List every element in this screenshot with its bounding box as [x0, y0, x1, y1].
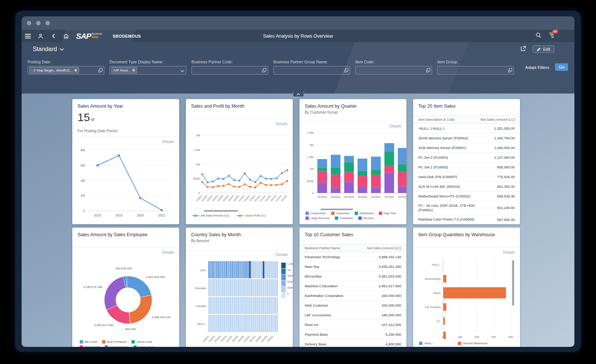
details-link[interactable]: Details [162, 250, 174, 254]
table-row[interactable]: Mashina Corporation2,861,617.560 [299, 281, 406, 291]
table-row[interactable]: PC - 8x core, DDR 32GB, 2TB HDD (P10001)… [413, 201, 520, 215]
row-label: Maxi-Teq [305, 265, 319, 269]
legend-item-production: Production [335, 216, 353, 220]
value-help-icon[interactable] [426, 67, 430, 74]
card-sales-amount-by-sales-employee: Sales Amount by Sales Employee Details 2… [72, 228, 179, 347]
user-icon[interactable] [34, 30, 47, 42]
card-title: Item Group Quantities by Warehouse [418, 232, 495, 237]
svg-text:2.5M: 2.5M [307, 131, 314, 134]
svg-text:2021: 2021 [158, 213, 165, 217]
top-customers-table: Business Partner NameNet Sales Amount (L… [299, 244, 406, 347]
chevron-down-icon[interactable] [180, 67, 184, 74]
share-icon[interactable] [520, 46, 526, 53]
filter-input-document-type-display-name[interactable]: A/R Invoi...⊗ [110, 66, 186, 75]
menu-icon[interactable] [22, 30, 34, 42]
filter-token[interactable]: - 3 Year:Begin...Month:E...⊗ [29, 67, 79, 73]
legend-item-gross-profit-lc: Gross Profit (LC) [236, 214, 266, 217]
details-link[interactable]: Details [503, 250, 515, 254]
table-row[interactable]: Payment Base5,230.000 [299, 330, 406, 339]
table-row[interactable]: PC Set 1 (P10003)859,560.00 [413, 162, 520, 172]
table-row[interactable]: River Inc107,412.000 [299, 320, 406, 330]
variant-selector[interactable]: Standard [33, 46, 64, 53]
row-label: River Inc [305, 323, 318, 327]
svg-text:500K: 500K [193, 177, 200, 180]
filter-token[interactable]: A/R Invoi...⊗ [111, 67, 137, 73]
svg-text:3,361,003.030: 3,361,003.030 [146, 275, 165, 279]
value-help-icon[interactable] [98, 67, 102, 74]
table-row[interactable]: -NULL- (-NULL-)1,351,000.00 [413, 124, 520, 133]
collapse-header-button[interactable] [293, 92, 304, 97]
table-row[interactable]: PC Set 2 (P10004)1,127,060.00 [413, 153, 520, 162]
table-row[interactable]: Hard Disk 3TB (C00007)775,625.00 [413, 172, 520, 182]
row-label: SLR M-CAM 40C (I00010) [418, 184, 460, 189]
edit-button[interactable]: Edit [533, 45, 554, 53]
row-label: Motherboard MicroATX (C00002) [418, 194, 470, 199]
home-icon[interactable] [60, 30, 72, 42]
svg-text:2M: 2M [310, 143, 314, 147]
svg-text:0: 0 [83, 209, 85, 213]
value-help-icon[interactable] [508, 67, 512, 74]
table-row[interactable]: Delivery Base4,600.000 [299, 339, 406, 347]
window-close-button[interactable] [27, 21, 31, 25]
filter-input-item-group[interactable] [437, 66, 514, 75]
legend-item-construction: Construction [305, 212, 326, 215]
filter-field-item-code: Item Code: [355, 60, 432, 75]
row-value: 3,361,003.030 [378, 274, 401, 278]
row-value: 658,539.35 [497, 194, 515, 198]
adapt-filters-button[interactable]: Adapt Filters [525, 65, 549, 70]
remove-token-icon[interactable]: ⊗ [132, 68, 135, 72]
filter-input-posting-date[interactable]: - 3 Year:Begin...Month:E...⊗ [28, 66, 104, 75]
window-zoom-button[interactable] [45, 21, 50, 25]
table-row[interactable]: LBF Accessories180,000.000 [299, 310, 406, 320]
table-row[interactable]: Motherboard MicroATX (C00002)658,539.35 [413, 192, 520, 201]
card-sales-amount-by-year: Sales Amount by Year 15M For Posting Dat… [72, 99, 179, 224]
row-label: Hard Disk 3TB (C00007) [418, 175, 457, 179]
chart-scrollbar-vertical[interactable] [512, 260, 514, 306]
svg-text:201905: 201905 [280, 194, 288, 202]
go-button[interactable]: Go [555, 63, 568, 71]
table-row[interactable]: Web Customer200,000.000 [299, 301, 406, 310]
legend-item-services: Services [358, 216, 374, 220]
table-row[interactable]: Rainbow Color Printer 7.5 (A00005)597,50… [413, 215, 520, 224]
legend-item-distributors: Distributors [355, 212, 374, 215]
card-item-group-quantities-by-warehouse: Item Group Quantities by Warehouse Detai… [413, 228, 520, 347]
row-label: Rainbow Color Printer 7.5 (A00005) [418, 217, 475, 222]
value-help-icon[interactable] [344, 67, 348, 74]
notifications-icon[interactable]: 60 [549, 32, 555, 39]
details-link[interactable]: Details [276, 252, 288, 257]
details-link[interactable]: Details [162, 139, 174, 144]
svg-text:2,861,617.560: 2,861,617.560 [94, 323, 114, 327]
filter-input-business-partner-code[interactable] [191, 66, 268, 75]
row-value: 775,625.00 [497, 175, 515, 179]
chart-scrollbar-horizontal[interactable] [204, 210, 238, 212]
chevron-up-icon [297, 93, 300, 95]
line-chart-sales-profit-by-month: 2M1.5M1M500K0201801201802201803201804201… [186, 125, 293, 209]
svg-text:1.5M: 1.5M [307, 155, 314, 159]
table-row[interactable]: 32GB Memory Server (P20002)1,290,750.00 [413, 133, 520, 143]
table-row[interactable]: Parameter Technology3,998,432.130 [299, 252, 406, 262]
filter-input-item-code[interactable] [355, 66, 432, 75]
chart-scrollbar-horizontal[interactable] [320, 209, 353, 210]
row-label: Delivery Base [305, 342, 327, 346]
remove-token-icon[interactable]: ⊗ [74, 68, 77, 72]
table-row[interactable]: Microchips3,361,003.030 [299, 272, 406, 281]
table-row[interactable]: SLR M-CAM 40C (I00010)661,350.00 [413, 182, 520, 192]
svg-text:Items: Items [433, 291, 441, 295]
table-row[interactable]: 4GB Memory Server (P20001)1,180,000.00 [413, 143, 520, 153]
window-minimize-button[interactable] [36, 21, 41, 25]
svg-text:3,998,432.130: 3,998,432.130 [152, 316, 171, 319]
back-icon[interactable] [47, 30, 60, 42]
svg-text:780K: 780K [287, 275, 293, 277]
app-window: SAP Business One SBODEMOUS Sales Analysi… [16, 11, 580, 351]
svg-text:20K: 20K [474, 335, 479, 339]
table-row[interactable]: Earthshaker Corporation250,000.000 [299, 291, 406, 301]
value-help-icon[interactable] [262, 67, 266, 74]
search-icon[interactable] [536, 32, 541, 39]
filter-input-business-partner-group-name[interactable] [273, 66, 350, 75]
svg-text:2M: 2M [196, 134, 200, 137]
table-row[interactable]: Maxi-Teq3,938,261.280 [299, 262, 406, 272]
svg-text:250,000.000: 250,000.000 [115, 267, 132, 270]
row-value: 597,500.00 [497, 218, 515, 222]
row-value: 1,180,000.00 [494, 146, 515, 150]
svg-text:8M: 8M [80, 148, 85, 152]
